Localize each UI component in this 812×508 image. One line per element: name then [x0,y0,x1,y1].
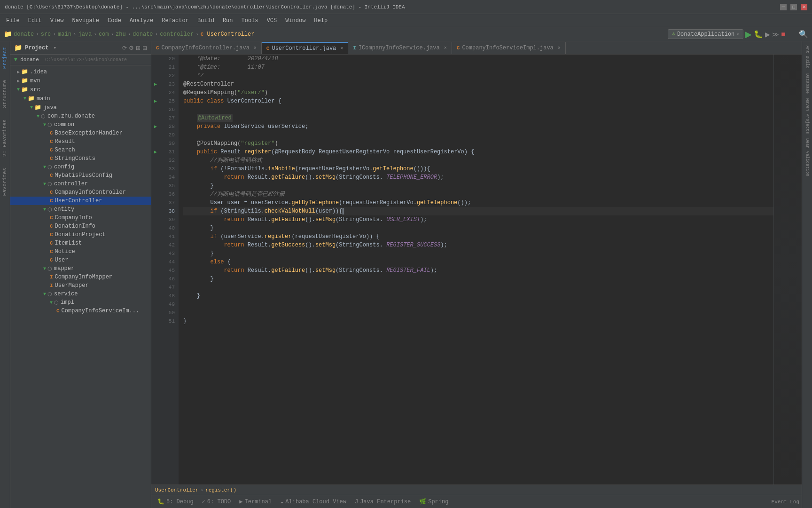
tab-project[interactable]: Project [0,41,10,74]
menu-help[interactable]: Help [310,16,331,25]
tab-todo[interactable]: ✓ 6: TODO [198,497,235,507]
tree-user[interactable]: C User [10,256,151,264]
debug-button[interactable]: 🐛 [754,30,763,39]
more-run-btn[interactable]: ≫ [772,31,779,38]
tree-impl[interactable]: ▼ ⬡ impl [10,298,151,307]
gutter-31[interactable]: ▶ [151,148,160,156]
menu-tools[interactable]: Tools [238,16,262,25]
gutter-23[interactable]: ▶ [151,80,160,88]
tree-result[interactable]: C Result [10,137,151,146]
tab-user-controller[interactable]: C UserController.java × [262,42,348,54]
tab-alibaba[interactable]: ☁ Alibaba Cloud View [276,497,350,507]
tree-main[interactable]: ▼ 📁 main [10,94,151,103]
line-29 [183,131,773,139]
coverage-button[interactable]: ▶ [765,31,770,38]
window-controls[interactable]: ─ □ ✕ [780,4,807,10]
breadcrumb-main[interactable]: main [58,31,71,38]
tab-close-3[interactable]: × [444,46,447,51]
tab-terminal[interactable]: ▶ Terminal [235,497,275,507]
bean-validation-tab[interactable]: Bean Validation [804,136,811,178]
ant-build-tab[interactable]: Ant Build [804,44,811,71]
tree-donation-project[interactable]: C DonationProject [10,230,151,239]
search-everywhere-btn[interactable]: 🔍 [799,30,808,39]
breadcrumb-donate2[interactable]: donate [133,31,153,38]
tree-string-consts[interactable]: C StringConsts [10,154,151,163]
tree-company-controller[interactable]: C CompanyInfoController [10,188,151,197]
breadcrumb-bottom-class[interactable]: UserController [155,487,198,493]
tree-entity[interactable]: ▼ ⬡ entity [10,205,151,214]
breadcrumb-bottom-method[interactable]: register() [205,487,236,493]
tree-item-list[interactable]: C ItemList [10,239,151,247]
tab-java-enterprise[interactable]: J Java Enterprise [351,497,414,507]
tree-src[interactable]: ▼ 📁 src [10,85,151,94]
tree-package[interactable]: ▼ ⬡ com.zhu.donate [10,112,151,120]
tree-notice[interactable]: C Notice [10,247,151,256]
tree-java[interactable]: ▼ 📁 java [10,103,151,112]
menu-build[interactable]: Build [194,16,218,25]
tree-user-controller[interactable]: C UserController [10,197,151,205]
event-log-label[interactable]: Event Log [772,499,799,505]
run-button[interactable]: ▶ [745,29,752,40]
menu-analyze[interactable]: Analyze [126,16,157,25]
breadcrumb-controller[interactable]: controller [160,31,194,38]
breadcrumb-class[interactable]: C UserController [201,31,255,38]
tree-donation-info[interactable]: C DonationInfo [10,222,151,230]
tree-common[interactable]: ▼ ⬡ common [10,120,151,129]
breadcrumb-zhu[interactable]: zhu [116,31,126,38]
gutter-28[interactable]: ▶ [151,122,160,131]
menu-view[interactable]: View [47,16,68,25]
tab-close-1[interactable]: × [254,46,257,51]
close-btn[interactable]: ✕ [801,4,807,10]
stop-button[interactable]: ■ [781,30,786,39]
breadcrumb-com[interactable]: com [99,31,109,38]
menu-code[interactable]: Code [104,16,125,25]
tree-base-exception[interactable]: C BaseExceptionHandler [10,129,151,137]
menu-edit[interactable]: Edit [24,16,46,25]
menu-run[interactable]: Run [219,16,237,25]
menu-window[interactable]: Window [281,16,309,25]
menu-file[interactable]: File [2,16,23,25]
panel-sync-btn[interactable]: ⟳ [122,45,127,51]
tree-company-mapper[interactable]: I CompanyInfoMapper [10,273,151,281]
breadcrumb-donate[interactable]: donate [14,31,34,38]
tab-spring[interactable]: 🌿 Spring [415,497,452,507]
tab-structure[interactable]: Structure [0,74,10,113]
tab-favorites[interactable]: 2: Favorites [0,114,10,162]
tab-company-controller[interactable]: C CompanyInfoController.java × [151,42,262,54]
tab-company-service-impl[interactable]: C CompanyInfoServiceImpl.java × [452,42,566,54]
panel-settings-btn[interactable]: ⚙ [129,45,134,51]
database-tab[interactable]: Database [804,71,811,95]
tree-user-mapper[interactable]: I UserMapper [10,281,151,290]
project-root-row[interactable]: ▼ donate C:\Users\61737\Desktop\donate [10,55,151,65]
maximize-btn[interactable]: □ [790,4,797,10]
tree-mvn[interactable]: ▶ 📁 mvn [10,76,151,85]
tree-controller[interactable]: ▼ ⬡ controller [10,180,151,188]
menu-navigate[interactable]: Navigate [68,16,103,25]
tree-service[interactable]: ▼ ⬡ service [10,290,151,298]
tab-favorites2[interactable]: Favorites [0,162,10,201]
minimize-btn[interactable]: ─ [780,4,787,10]
gutter-25[interactable]: ▶ [151,97,160,105]
breadcrumb-src[interactable]: src [41,31,51,38]
tab-close-4[interactable]: × [558,46,561,51]
menu-vcs[interactable]: VCS [263,16,281,25]
code-area[interactable]: ▶ ▶ ▶ ▶ [151,55,802,484]
tab-debug[interactable]: 🐛 5: Debug [154,497,197,507]
code-content[interactable]: *@date: 2020/4/18 *@time: 11:07 */ @Rest… [179,55,773,484]
menu-refactor[interactable]: Refactor [158,16,193,25]
tree-mapper[interactable]: ▼ ⬡ mapper [10,264,151,273]
panel-collapse-btn[interactable]: ⊟ [142,45,147,51]
maven-tab[interactable]: Maven Projects [804,96,811,136]
tree-company-service-impl[interactable]: C CompanyInfoServiceIm... [10,307,151,315]
tree-company-info[interactable]: C CompanyInfo [10,214,151,222]
tab-close-2[interactable]: × [340,46,343,51]
run-config[interactable]: ☘ DonateApplication ▾ [668,29,744,39]
panel-expand-btn[interactable]: ⊞ [136,45,141,51]
tree-mybatis[interactable]: C MybatisPlusConfig [10,171,151,180]
panel-dropdown-icon[interactable]: ▾ [53,45,56,51]
tree-search[interactable]: C Search [10,146,151,154]
tree-config[interactable]: ▼ ⬡ config [10,163,151,171]
tree-idea[interactable]: ▶ 📁 .idea [10,67,151,76]
breadcrumb-java[interactable]: java [78,31,92,38]
tab-icompany-service[interactable]: I ICompanyInfoService.java × [348,42,452,54]
